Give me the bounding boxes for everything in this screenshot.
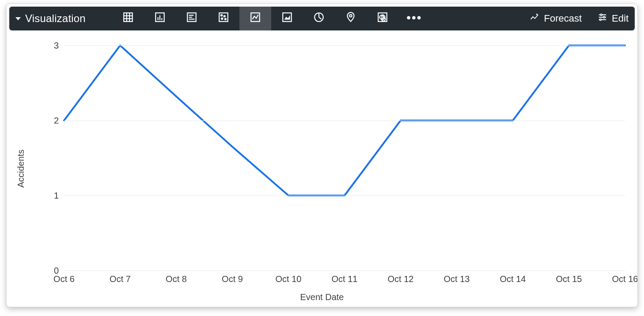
svg-rect-19 [283, 13, 292, 22]
table-icon [122, 11, 134, 26]
area-chart-button[interactable] [271, 7, 303, 30]
single-value-icon: 6 [377, 11, 388, 26]
svg-point-25 [600, 14, 602, 16]
area-chart-icon [281, 11, 293, 26]
forecast-sparkle-icon [530, 12, 539, 25]
x-tick-label: Oct 7 [110, 274, 131, 284]
gridline [64, 271, 625, 271]
svg-point-14 [221, 18, 223, 19]
chart-type-selector: 6••• [112, 7, 430, 30]
svg-point-17 [221, 15, 222, 16]
visualization-toolbar: Visualization 6••• Forecast [9, 7, 635, 30]
visualization-toggle[interactable]: Visualization [15, 12, 86, 25]
x-tick-label: Oct 14 [500, 274, 526, 284]
line-chart-icon [250, 11, 261, 26]
x-tick-label: Oct 11 [332, 274, 358, 284]
chart-area: Accidents Event Date 0123Oct 6Oct 7Oct 8… [7, 30, 637, 307]
more-icon: ••• [406, 13, 422, 24]
svg-point-16 [225, 19, 226, 20]
caret-down-icon [15, 17, 21, 20]
sliders-icon [598, 12, 607, 25]
y-tick-label: 2 [54, 116, 59, 126]
pie-gauge-icon [313, 11, 325, 26]
more-button[interactable]: ••• [398, 7, 430, 30]
x-tick-label: Oct 10 [276, 274, 302, 284]
toolbar-title: Visualization [25, 12, 86, 25]
svg-point-27 [603, 16, 605, 18]
svg-rect-0 [124, 13, 133, 22]
forecast-button[interactable]: Forecast [530, 12, 582, 25]
pie-gauge-button[interactable] [303, 7, 335, 30]
svg-point-15 [224, 15, 225, 17]
column-chart-icon [154, 11, 166, 26]
line-chart-button[interactable] [239, 7, 271, 30]
table-button[interactable] [112, 7, 144, 30]
line-series [64, 45, 625, 271]
single-value-button[interactable]: 6 [367, 7, 398, 30]
svg-point-21 [349, 15, 352, 17]
svg-text:6: 6 [381, 14, 384, 21]
plot-inner[interactable]: 0123Oct 6Oct 7Oct 8Oct 9Oct 10Oct 11Oct … [64, 45, 625, 271]
y-axis-label: Accidents [16, 150, 26, 188]
x-tick-label: Oct 9 [222, 274, 243, 284]
y-tick-label: 1 [54, 191, 59, 201]
svg-point-29 [600, 19, 602, 21]
gridline [64, 120, 625, 121]
x-tick-label: Oct 8 [166, 274, 187, 284]
forecast-label: Forecast [544, 13, 582, 24]
gridline [64, 45, 625, 46]
x-tick-label: Oct 12 [388, 274, 414, 284]
x-tick-label: Oct 13 [444, 274, 470, 284]
gridline [64, 196, 625, 196]
x-tick-label: Oct 15 [556, 274, 582, 284]
bar-chart-button[interactable] [176, 7, 208, 30]
x-tick-label: Oct 16 [612, 274, 638, 284]
edit-button[interactable]: Edit [598, 12, 629, 25]
x-tick-label: Oct 6 [53, 274, 75, 284]
scatter-button[interactable] [208, 7, 239, 30]
scatter-icon [218, 11, 229, 26]
x-axis-label: Event Date [300, 292, 344, 302]
svg-rect-13 [219, 13, 228, 22]
map-pin-icon [345, 11, 356, 26]
bar-chart-icon [186, 11, 197, 26]
edit-label: Edit [612, 13, 629, 24]
column-chart-button[interactable] [144, 7, 176, 30]
y-tick-label: 3 [54, 41, 59, 51]
visualization-panel: Visualization 6••• Forecast [6, 4, 638, 307]
map-pin-button[interactable] [335, 7, 367, 30]
